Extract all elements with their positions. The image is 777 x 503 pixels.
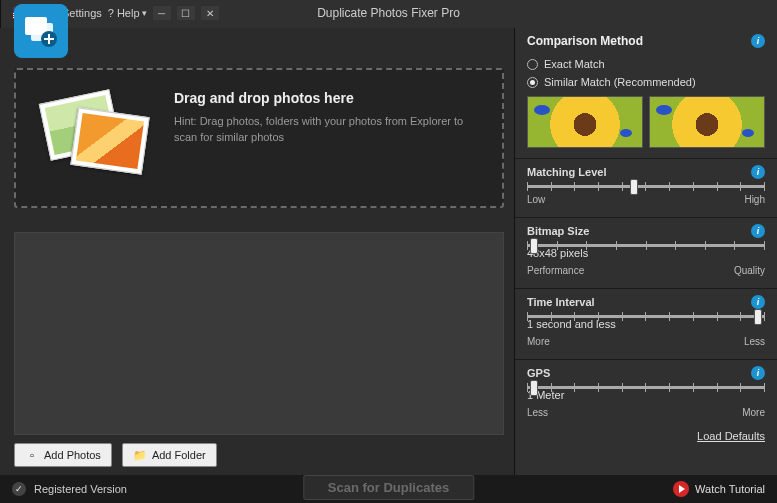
info-icon[interactable]: i [751,366,765,380]
info-icon[interactable]: i [751,34,765,48]
photo-icon: ▫ [25,448,39,462]
preview-thumb-right [649,96,765,148]
scale-less: Less [527,407,548,418]
scale-less: Less [744,336,765,347]
comparison-title: Comparison Method [527,34,643,48]
radio-icon [527,77,538,88]
close-button[interactable]: ✕ [201,6,219,20]
radio-similar-match[interactable]: Similar Match (Recommended) [527,76,765,88]
dropzone-heading: Drag and drop photos here [174,90,482,106]
left-panel: Drag and drop photos here Hint: Drag pho… [0,26,514,475]
footer: ✓ Registered Version Scan for Duplicates… [0,475,777,503]
gps-title: GPS [527,367,550,379]
matching-level-title: Matching Level [527,166,606,178]
load-defaults-link[interactable]: Load Defaults [527,430,765,442]
scale-quality: Quality [734,265,765,276]
matching-level-slider[interactable] [527,185,765,188]
scale-low: Low [527,194,545,205]
dropzone-hint: Hint: Drag photos, folders with your pho… [174,114,482,146]
app-title: Duplicate Photos Fixer Pro [317,6,460,20]
results-area [14,232,504,435]
radio-exact-match[interactable]: Exact Match [527,58,765,70]
watch-tutorial-link[interactable]: Watch Tutorial [673,481,765,497]
scale-more: More [742,407,765,418]
radio-similar-label: Similar Match (Recommended) [544,76,696,88]
radio-icon [527,59,538,70]
help-menu[interactable]: ? Help▾ [108,7,147,19]
minimize-button[interactable]: ─ [153,6,171,20]
radio-exact-label: Exact Match [544,58,605,70]
chevron-down-icon: ▾ [142,8,147,18]
scan-button[interactable]: Scan for Duplicates [303,475,474,500]
add-photos-button[interactable]: ▫ Add Photos [14,443,112,467]
folder-icon: 📁 [133,448,147,462]
photos-illustration-icon [36,90,156,180]
add-folder-button[interactable]: 📁 Add Folder [122,443,217,467]
info-icon[interactable]: i [751,224,765,238]
app-logo [14,4,68,58]
registered-label: Registered Version [34,483,127,495]
maximize-button[interactable]: ☐ [177,6,195,20]
titlebar: Duplicate Photos Fixer Pro ▾ Settings ? … [0,0,777,26]
scale-more: More [527,336,550,347]
bitmap-size-slider[interactable]: 48x48 pixels [527,244,765,259]
bitmap-size-title: Bitmap Size [527,225,589,237]
scale-perf: Performance [527,265,584,276]
scale-high: High [744,194,765,205]
check-icon: ✓ [12,482,26,496]
preview-thumb-left [527,96,643,148]
right-panel: Comparison Method i Exact Match Similar … [514,26,777,475]
gps-slider[interactable]: 1 Meter [527,386,765,401]
help-label: ? Help [108,7,140,19]
drop-zone[interactable]: Drag and drop photos here Hint: Drag pho… [14,68,504,208]
info-icon[interactable]: i [751,295,765,309]
add-photos-label: Add Photos [44,449,101,461]
info-icon[interactable]: i [751,165,765,179]
time-interval-slider[interactable]: 1 second and less [527,315,765,330]
watch-label: Watch Tutorial [695,483,765,495]
play-icon [673,481,689,497]
add-folder-label: Add Folder [152,449,206,461]
time-interval-title: Time Interval [527,296,595,308]
